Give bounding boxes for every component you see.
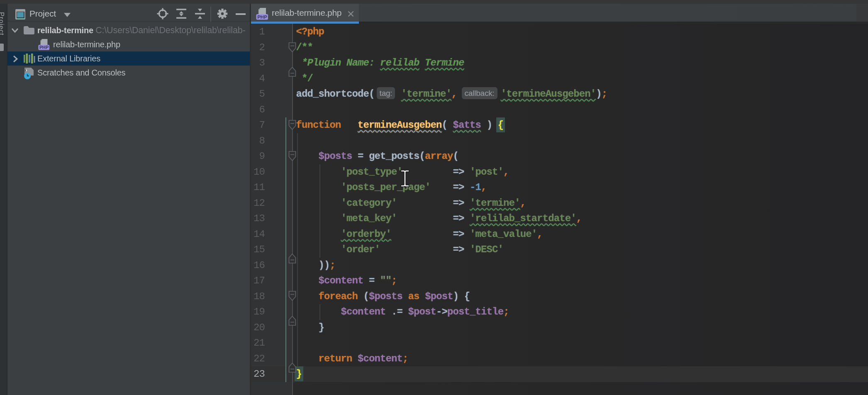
svg-text:PHP: PHP — [257, 15, 267, 20]
